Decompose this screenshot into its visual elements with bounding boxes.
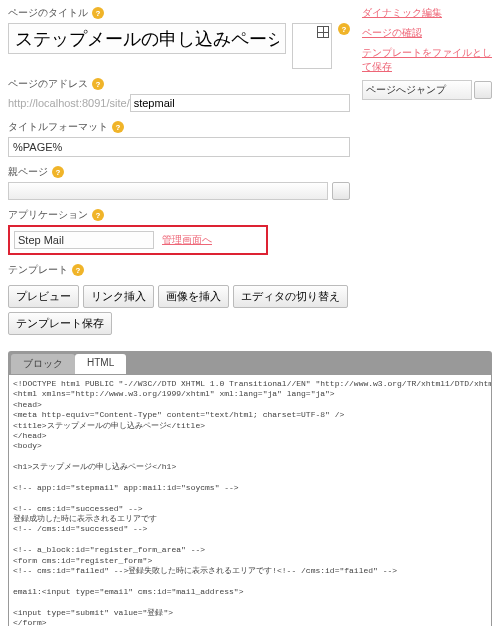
help-icon[interactable]: ?: [72, 264, 84, 276]
application-select[interactable]: Step Mail: [14, 231, 154, 249]
tab-block[interactable]: ブロック: [11, 354, 75, 374]
confirm-page-link[interactable]: ページの確認: [362, 26, 492, 40]
admin-link[interactable]: 管理画面へ: [162, 233, 212, 247]
page-title-input[interactable]: [8, 23, 286, 54]
help-icon[interactable]: ?: [92, 78, 104, 90]
dynamic-edit-link[interactable]: ダイナミック編集: [362, 6, 492, 20]
help-icon[interactable]: ?: [112, 121, 124, 133]
tab-html[interactable]: HTML: [75, 354, 126, 374]
application-highlight: Step Mail 管理画面へ: [8, 225, 268, 255]
page-jump-button[interactable]: [474, 81, 492, 99]
template-label: テンプレート: [8, 263, 68, 277]
preview-button[interactable]: プレビュー: [8, 285, 79, 308]
save-as-file-link[interactable]: テンプレートをファイルとして保存: [362, 46, 492, 74]
title-format-input[interactable]: [8, 137, 350, 157]
title-format-label: タイトルフォーマット: [8, 120, 108, 134]
help-icon[interactable]: ?: [92, 209, 104, 221]
insert-image-button[interactable]: 画像を挿入: [158, 285, 229, 308]
application-label: アプリケーション: [8, 208, 88, 222]
page-jump-select[interactable]: ページへジャンプ: [362, 80, 472, 100]
page-title-label: ページのタイトル: [8, 6, 88, 20]
page-address-label: ページのアドレス: [8, 77, 88, 91]
help-icon[interactable]: ?: [52, 166, 64, 178]
save-template-button[interactable]: テンプレート保存: [8, 312, 112, 335]
page-thumbnail: [292, 23, 332, 69]
editor-tabs: ブロック HTML: [8, 351, 492, 374]
switch-editor-button[interactable]: エディタの切り替え: [233, 285, 348, 308]
parent-clear-button[interactable]: [332, 182, 350, 200]
slug-input[interactable]: [130, 94, 350, 112]
html-source-editor[interactable]: [8, 374, 492, 626]
parent-page-select[interactable]: [8, 182, 328, 200]
help-icon[interactable]: ?: [338, 23, 350, 35]
insert-link-button[interactable]: リンク挿入: [83, 285, 154, 308]
help-icon[interactable]: ?: [92, 7, 104, 19]
parent-page-label: 親ページ: [8, 165, 48, 179]
url-prefix: http://localhost:8091/site/: [8, 97, 130, 109]
